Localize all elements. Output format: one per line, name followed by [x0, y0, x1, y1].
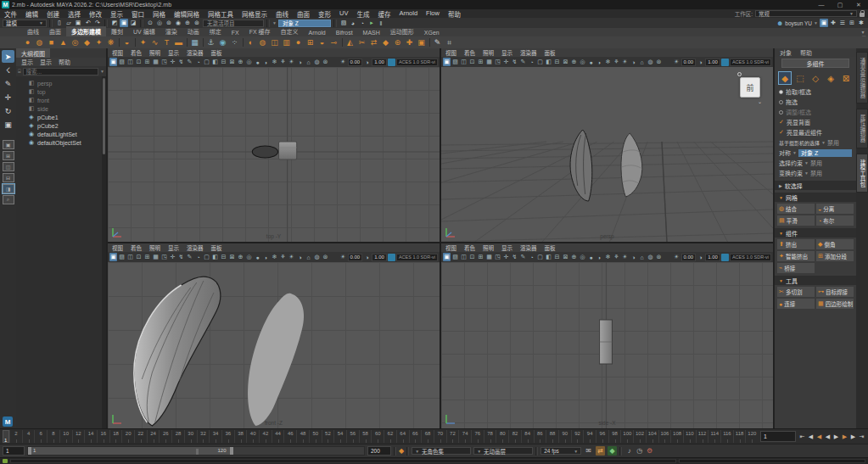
viewport-toolbar-icon[interactable]: ⊞	[477, 253, 484, 261]
timeline-tick[interactable]: 118	[733, 430, 746, 443]
viewport-menu-item[interactable]: 面板	[545, 243, 556, 252]
transport-button[interactable]: ▶	[841, 432, 848, 442]
menu-item[interactable]: 网格	[148, 9, 170, 19]
menu-item[interactable]: 文件	[0, 9, 21, 19]
shelf-tab[interactable]: Arnold	[304, 29, 331, 36]
timeline-tick[interactable]: 112	[696, 430, 708, 443]
shelf-icon[interactable]: ⊞	[305, 37, 316, 48]
viewport-toolbar-icon[interactable]: ◧	[211, 58, 219, 66]
shelf-icon[interactable]: ✦	[137, 37, 148, 48]
shelf-icon[interactable]: ▬	[173, 37, 184, 48]
shelf-tab[interactable]: 绑定	[204, 26, 227, 36]
timeline-tick[interactable]: 110	[683, 430, 696, 443]
outliner-item[interactable]: ◧ front	[28, 96, 106, 104]
timeline-tick[interactable]: 24	[147, 430, 160, 443]
menu-item[interactable]: 帮助	[444, 9, 465, 19]
timeline-tick[interactable]: 98	[608, 430, 621, 443]
viewport-toolbar-icon[interactable]: ◑	[296, 253, 304, 261]
timeline-tick[interactable]: 50	[309, 430, 322, 443]
tool-icon[interactable]: ▣	[2, 118, 14, 131]
timeline-tick[interactable]: 36	[221, 430, 234, 443]
aces-view-transform[interactable]: ACES 1.0 SDR-vi	[730, 254, 771, 261]
viewport-toolbar-icon[interactable]: ☀	[288, 253, 295, 261]
timeline-tick[interactable]: 56	[346, 430, 359, 443]
viewport-toolbar-icon[interactable]: ⊡	[468, 58, 476, 66]
menu-item[interactable]: 显示	[106, 9, 127, 19]
viewport-toolbar-icon[interactable]: ❄	[271, 58, 278, 66]
outliner-item[interactable]: ◈ pCube2	[28, 121, 106, 130]
component-tool-button[interactable]: ⊞ 添加分段	[816, 251, 854, 261]
viewport-toolbar-icon[interactable]: ▢	[203, 253, 210, 261]
viewport-toolbar-icon[interactable]: ▢	[203, 58, 210, 66]
viewport-toolbar-icon[interactable]: ◑	[296, 58, 304, 66]
shelf-icon[interactable]: ⇄	[368, 37, 379, 48]
menu-item[interactable]: Arnold	[395, 9, 422, 19]
viewport-toolbar-icon[interactable]: ◳	[160, 253, 168, 261]
transport-button[interactable]: ◀	[807, 432, 815, 442]
gamma-value[interactable]: 1.00	[705, 254, 720, 261]
render-icon[interactable]: ▸	[367, 19, 376, 27]
range-start-handle[interactable]	[28, 447, 31, 455]
viewport-menu-item[interactable]: 视图	[445, 243, 456, 252]
timeline-tick[interactable]: 10	[59, 430, 72, 443]
viewport-menu-item[interactable]: 显示	[168, 243, 179, 252]
checkbox-row[interactable]: ✓ 亮显最近组件	[775, 127, 856, 137]
mtk-menu-item[interactable]: 对象	[780, 48, 792, 57]
time-slider[interactable]: 1 24681012141618202224262830323436384042…	[0, 428, 868, 444]
tool-button[interactable]: ✂ 多切割	[777, 287, 815, 297]
viewport-toolbar-icon[interactable]: ⌂	[305, 253, 312, 261]
viewport-toolbar-icon[interactable]: ❄	[604, 253, 612, 261]
viewport-menu-item[interactable]: 渲染器	[520, 48, 537, 57]
components-section-header[interactable]: ▼组件	[775, 228, 856, 238]
shelf-tab[interactable]: 渲染	[160, 26, 182, 36]
timeline-tick[interactable]: 78	[484, 430, 496, 443]
aces-view-transform[interactable]: ACES 1.0 SDR-vi	[396, 254, 438, 261]
tool-icon[interactable]: ✎	[2, 77, 14, 90]
viewport-toolbar-icon[interactable]: ◳	[160, 58, 168, 66]
viewport-toolbar-icon[interactable]: ✛	[502, 58, 510, 66]
render-icon[interactable]: ◕	[349, 19, 357, 27]
timeline-tick[interactable]: 14	[84, 430, 97, 443]
shelf-icon[interactable]: ◍	[257, 37, 268, 48]
layout-button[interactable]: ⊞	[3, 151, 14, 160]
color-managed-icon[interactable]	[721, 254, 729, 261]
aces-view-transform[interactable]: ACES 1.0 SDR-vi	[396, 59, 438, 66]
range-slider[interactable]: 1 120	[27, 446, 365, 456]
component-mode-icon[interactable]: ⊠	[839, 71, 853, 85]
layout-button[interactable]: ◨	[3, 184, 14, 193]
shelf-tab[interactable]: 自定义	[276, 26, 304, 36]
transport-button[interactable]: ◀	[824, 432, 832, 442]
shelf-icon[interactable]: ◆	[81, 37, 92, 48]
mesh-tool-button[interactable]: ◔ 布尔	[816, 215, 854, 226]
viewcube-home-icon[interactable]	[737, 72, 742, 76]
viewport-menu-item[interactable]: 照明	[149, 48, 160, 57]
shelf-icon[interactable]: ◉	[217, 37, 228, 48]
viewport-persp[interactable]: 视图着色照明显示渲染器面板 ▣▨◫⊡⊞▦◳✛↯✎◔▢◧⊟⊠⊕◎●◗❄⚘☀◑⌂◍⊛…	[441, 48, 773, 242]
viewport-toolbar-icon[interactable]: ⚘	[279, 253, 287, 261]
shelf-icon[interactable]: ▥	[281, 37, 292, 48]
viewport-toolbar-icon[interactable]: ◎	[579, 58, 586, 66]
workspace-lock-icon[interactable]	[860, 13, 865, 17]
menu-item[interactable]: 网格工具	[204, 9, 238, 19]
shelf-icon[interactable]: ◒	[121, 37, 132, 48]
timeline-tick[interactable]: 82	[508, 430, 521, 443]
viewport-toolbar-icon[interactable]: ⊞	[143, 253, 151, 261]
timeline-tick[interactable]: 86	[534, 430, 546, 443]
viewport-menu-item[interactable]: 照明	[483, 48, 494, 57]
outliner-item[interactable]: ◧ side	[28, 104, 106, 113]
viewport-toolbar-icon[interactable]: ✎	[519, 253, 527, 261]
viewport-toolbar-icon[interactable]: ◍	[313, 58, 321, 66]
outliner-item[interactable]: ◧ persp	[28, 79, 106, 87]
animation-start-field[interactable]: 1	[3, 446, 25, 456]
shelf-tab[interactable]: 雕刻	[106, 26, 128, 36]
timeline-tick[interactable]: 22	[134, 430, 147, 443]
gamma-value[interactable]: 1.00	[372, 59, 387, 66]
filter-icon[interactable]: ⌸	[18, 69, 21, 75]
workspace-dropdown[interactable]: 常规▼	[755, 10, 857, 17]
component-tool-button[interactable]: ✦ 智能挤出	[777, 251, 815, 261]
shelf-tab[interactable]: 运动图形	[385, 26, 419, 36]
timeline-tick[interactable]: 8	[47, 430, 59, 443]
viewport-toolbar-icon[interactable]: ▦	[485, 253, 493, 261]
viewport-toolbar-icon[interactable]: ⊠	[562, 253, 569, 261]
viewport-toolbar-icon[interactable]: ⊕	[237, 253, 244, 261]
